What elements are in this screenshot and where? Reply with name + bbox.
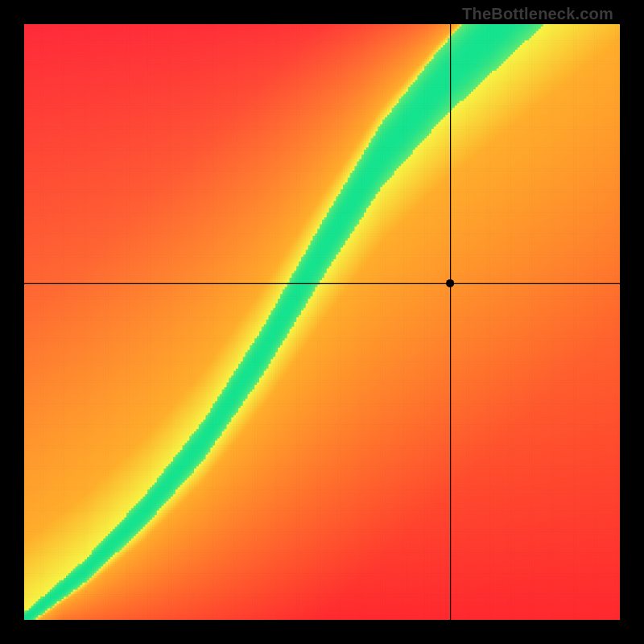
plot-area — [24, 24, 620, 620]
chart-frame: TheBottleneck.com — [0, 0, 644, 644]
watermark-text: TheBottleneck.com — [462, 5, 613, 23]
overlay-canvas — [24, 24, 620, 620]
